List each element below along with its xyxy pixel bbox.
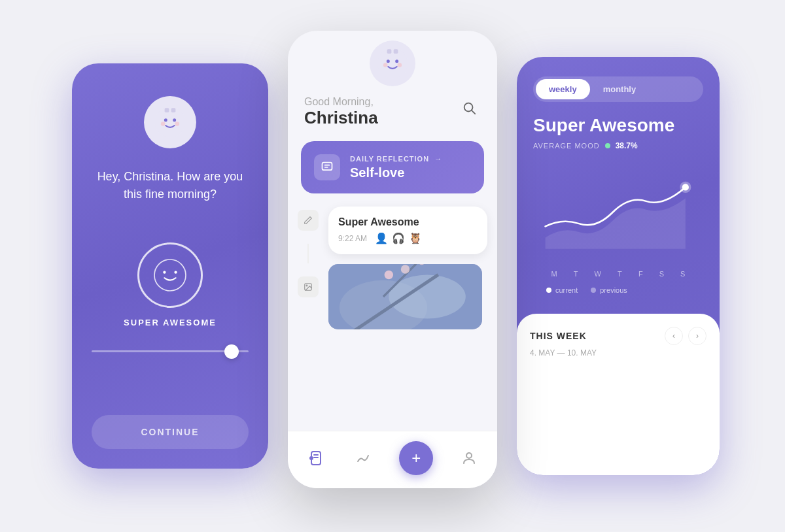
day-f: F — [638, 270, 643, 278]
phone-left: Hey, Christina. How are you this fine mo… — [72, 63, 268, 469]
svg-point-9 — [174, 271, 177, 274]
legend-current-dot — [546, 288, 551, 293]
day-s1: S — [659, 270, 664, 278]
face-icon — [154, 106, 186, 139]
next-week-button[interactable]: › — [688, 327, 706, 345]
svg-point-6 — [175, 122, 180, 126]
this-week-title: THIS WEEK — [530, 331, 587, 341]
svg-point-3 — [164, 118, 167, 122]
photo-icon — [298, 276, 319, 297]
svg-point-31 — [385, 271, 393, 279]
avg-mood-label: AVERAGE MOOD — [533, 142, 600, 150]
daily-reflection-value: Self-love — [350, 165, 442, 180]
svg-point-14 — [395, 59, 398, 63]
svg-rect-11 — [387, 49, 392, 54]
prev-week-button[interactable]: ‹ — [665, 327, 683, 345]
timeline-line — [307, 244, 309, 263]
svg-rect-19 — [323, 163, 332, 171]
svg-point-4 — [173, 118, 176, 122]
chart-legend: current previous — [533, 283, 703, 301]
date-range: 4. MAY — 10. MAY — [530, 348, 706, 357]
arrow-icon: → — [434, 155, 442, 163]
week-nav-arrows: ‹ › — [665, 327, 706, 345]
center-avatar — [370, 41, 415, 86]
center-name: Christina — [304, 108, 378, 128]
continue-button[interactable]: CONTINUE — [92, 415, 249, 449]
svg-rect-12 — [394, 49, 398, 54]
chart-nav-icon[interactable] — [352, 446, 375, 470]
svg-rect-1 — [165, 108, 169, 112]
bottom-nav: + — [288, 431, 497, 488]
person-emoji: 👤 — [375, 232, 388, 244]
svg-point-5 — [161, 122, 166, 126]
svg-point-41 — [680, 182, 691, 193]
daily-reflection-icon — [314, 154, 340, 180]
profile-nav-icon[interactable] — [457, 446, 481, 470]
day-m: M — [551, 270, 557, 278]
period-toggle: weekly monthly — [533, 76, 703, 102]
svg-line-18 — [472, 110, 475, 114]
daily-reflection-card[interactable]: DAILY REFLECTION → Self-love — [301, 141, 484, 193]
mood-circle — [137, 242, 203, 308]
svg-point-38 — [310, 457, 313, 459]
search-icon[interactable] — [457, 96, 481, 120]
svg-point-7 — [154, 259, 186, 291]
center-face-icon — [376, 47, 409, 80]
svg-rect-2 — [171, 108, 176, 112]
mood-label: SUPER AWESOME — [124, 318, 217, 327]
phones-container: Hey, Christina. How are you this fine mo… — [33, 11, 752, 521]
monthly-toggle-button[interactable]: monthly — [590, 79, 650, 99]
center-header: Good Morning, Christina — [288, 86, 497, 135]
right-top: weekly monthly Super Awesome AVERAGE MOO… — [517, 57, 720, 314]
journal-nav-icon[interactable] — [304, 446, 328, 470]
mood-slider[interactable] — [92, 350, 249, 352]
avg-mood-dot — [605, 143, 610, 148]
binoculars-emoji: 🦉 — [409, 232, 422, 244]
days-row: M T W T F S S — [533, 265, 703, 283]
day-t2: T — [618, 270, 622, 278]
day-t1: T — [574, 270, 578, 278]
slider-track — [92, 350, 249, 352]
daily-reflection-label: DAILY REFLECTION → — [350, 155, 442, 163]
legend-previous: previous — [591, 286, 627, 294]
add-button[interactable]: + — [399, 441, 433, 475]
mood-face-icon — [150, 256, 190, 295]
svg-point-10 — [377, 48, 408, 79]
chart-svg — [540, 160, 697, 265]
this-week-header: THIS WEEK ‹ › — [530, 327, 706, 345]
avg-mood-value: 38.7% — [616, 141, 638, 150]
phone-center: Good Morning, Christina DAILY — [288, 31, 497, 488]
avg-mood-row: AVERAGE MOOD 38.7% — [533, 141, 703, 150]
svg-point-23 — [306, 285, 307, 286]
day-s2: S — [680, 270, 685, 278]
day-w: W — [595, 270, 601, 278]
svg-point-15 — [383, 63, 388, 67]
edit-icon — [298, 210, 319, 231]
timeline-icons — [288, 207, 328, 424]
entry-title: Super Awesome — [338, 216, 478, 228]
notch-area — [288, 31, 497, 86]
legend-current: current — [546, 286, 578, 294]
right-bottom: THIS WEEK ‹ › 4. MAY — 10. MAY — [517, 314, 720, 475]
left-greeting: Hey, Christina. How are you this fine mo… — [92, 168, 249, 203]
headphones-emoji: 🎧 — [392, 232, 405, 244]
mood-chart — [540, 160, 697, 265]
phone-right: weekly monthly Super Awesome AVERAGE MOO… — [517, 57, 720, 475]
legend-current-label: current — [555, 286, 578, 294]
slider-thumb — [224, 344, 239, 359]
center-greeting-small: Good Morning, — [304, 96, 378, 108]
entry-meta: 9:22 AM 👤 🎧 🦉 — [338, 232, 478, 244]
svg-point-29 — [401, 265, 410, 273]
timeline-content: Super Awesome 9:22 AM 👤 🎧 🦉 — [328, 207, 497, 424]
greeting-block: Good Morning, Christina — [304, 96, 378, 128]
left-avatar — [144, 96, 196, 148]
photo1 — [328, 264, 482, 329]
mood-entry-card[interactable]: Super Awesome 9:22 AM 👤 🎧 🦉 — [328, 207, 487, 254]
daily-card-content: DAILY REFLECTION → Self-love — [350, 155, 442, 180]
timeline-section: Super Awesome 9:22 AM 👤 🎧 🦉 — [288, 200, 497, 431]
weekly-toggle-button[interactable]: weekly — [536, 79, 590, 99]
svg-point-8 — [163, 271, 166, 274]
entry-time: 9:22 AM — [338, 234, 367, 243]
photo-row — [328, 264, 487, 329]
svg-point-39 — [466, 453, 472, 458]
